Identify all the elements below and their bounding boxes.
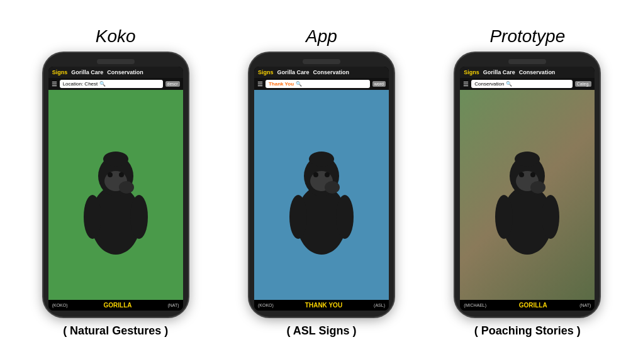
phone-bottom-0: (KOKO)GORILLA(NAT): [48, 300, 183, 311]
bottom-main-label: GORILLA: [104, 302, 132, 309]
search-box[interactable]: Thank You🔍: [266, 80, 370, 88]
nav-item-2[interactable]: Conservation: [107, 69, 143, 75]
main-scene: KokoSignsGorilla CareConservation☰Locati…: [0, 0, 643, 364]
svg-point-23: [519, 172, 524, 177]
nav-item-1[interactable]: Gorilla Care: [71, 69, 103, 75]
svg-point-26: [515, 152, 540, 167]
bottom-left-label: (MICHAEL): [464, 303, 486, 307]
svg-point-3: [130, 195, 148, 239]
gorilla-image: [287, 132, 356, 258]
gorilla-area-0: [48, 90, 183, 300]
svg-point-17: [309, 152, 334, 167]
nav-item-0[interactable]: Signs: [52, 69, 68, 75]
svg-point-12: [336, 195, 354, 239]
phone-screen-2: SignsGorilla CareConservation☰Conservati…: [460, 67, 595, 311]
search-box[interactable]: Location: Chest🔍: [60, 80, 163, 88]
hamburger-icon[interactable]: ☰: [257, 80, 263, 87]
search-text: Location: Chest: [63, 81, 98, 87]
phone-search-1: ☰Thank You🔍word: [254, 78, 389, 90]
svg-point-8: [103, 152, 128, 167]
svg-point-2: [84, 195, 101, 239]
search-badge[interactable]: descr: [165, 81, 180, 87]
phone-notch: [97, 59, 135, 64]
phone-nav-2: SignsGorilla CareConservation: [460, 67, 595, 78]
gorilla-background: [254, 90, 389, 300]
phone-title-1: App: [306, 26, 337, 47]
phone-bottom-1: (KOKO)THANK YOU(ASL): [254, 300, 389, 311]
phone-screen-0: SignsGorilla CareConservation☰Location: …: [48, 67, 183, 311]
gorilla-image: [81, 132, 150, 258]
svg-point-11: [289, 195, 307, 239]
phone-section-2: PrototypeSignsGorilla CareConservation☰C…: [455, 26, 600, 338]
svg-point-24: [530, 172, 535, 177]
phone-title-2: Prototype: [489, 26, 565, 47]
svg-point-20: [495, 195, 513, 239]
nav-item-0[interactable]: Signs: [258, 69, 274, 75]
phone-frame-0: SignsGorilla CareConservation☰Location: …: [43, 53, 188, 317]
phone-search-0: ☰Location: Chest🔍descr: [48, 78, 183, 90]
phone-caption-2: ( Poaching Stories ): [474, 324, 581, 338]
phone-screen-1: SignsGorilla CareConservation☰Thank You🔍…: [254, 67, 389, 311]
svg-point-7: [119, 181, 134, 194]
search-icon: 🔍: [99, 81, 106, 87]
nav-item-0[interactable]: Signs: [464, 69, 479, 75]
hamburger-icon[interactable]: ☰: [52, 80, 57, 87]
phone-bottom-2: (MICHAEL)GORILLA(NAT): [460, 300, 595, 311]
phone-nav-1: SignsGorilla CareConservation: [254, 67, 389, 78]
search-icon: 🔍: [506, 81, 512, 87]
bottom-right-label: (ASL): [374, 303, 385, 307]
phone-section-1: AppSignsGorilla CareConservation☰Thank Y…: [249, 26, 394, 338]
phone-notch: [303, 59, 340, 64]
svg-point-25: [530, 181, 545, 194]
hamburger-icon[interactable]: ☰: [463, 80, 469, 87]
gorilla-image: [493, 132, 562, 258]
svg-point-6: [119, 172, 124, 177]
phone-caption-1: ( ASL Signs ): [286, 324, 356, 338]
nav-item-2[interactable]: Conservation: [519, 69, 556, 75]
phone-frame-1: SignsGorilla CareConservation☰Thank You🔍…: [249, 53, 394, 317]
svg-point-21: [542, 195, 559, 239]
gorilla-area-1: [254, 90, 389, 300]
nav-item-1[interactable]: Gorilla Care: [277, 69, 310, 75]
phone-search-2: ☰Conservation🔍Categ.: [460, 78, 595, 90]
phone-frame-2: SignsGorilla CareConservation☰Conservati…: [455, 53, 600, 317]
svg-point-5: [108, 172, 113, 177]
bottom-left-label: (KOKO): [258, 303, 274, 307]
svg-point-15: [325, 172, 330, 177]
search-text: Thank You: [269, 81, 294, 87]
svg-point-14: [313, 172, 318, 177]
search-badge[interactable]: word: [372, 81, 386, 87]
bottom-main-label: THANK YOU: [305, 302, 342, 309]
phone-caption-0: ( Natural Gestures ): [63, 324, 168, 338]
gorilla-area-2: [460, 90, 595, 300]
nav-item-2[interactable]: Conservation: [313, 69, 350, 75]
search-icon: 🔍: [296, 81, 302, 87]
nav-item-1[interactable]: Gorilla Care: [483, 69, 515, 75]
bottom-main-label: GORILLA: [519, 302, 547, 309]
search-text: Conservation: [474, 81, 504, 87]
phone-section-0: KokoSignsGorilla CareConservation☰Locati…: [43, 26, 188, 338]
phone-title-0: Koko: [96, 26, 136, 47]
bottom-right-label: (NAT): [579, 303, 591, 307]
svg-point-16: [325, 181, 340, 194]
search-badge[interactable]: Categ.: [575, 81, 592, 87]
bottom-left-label: (KOKO): [52, 303, 68, 307]
bottom-right-label: (NAT): [167, 303, 179, 307]
gorilla-background: [460, 90, 595, 300]
search-box[interactable]: Conservation🔍: [471, 80, 572, 88]
phone-notch: [508, 59, 546, 64]
phone-nav-0: SignsGorilla CareConservation: [48, 67, 183, 78]
gorilla-background: [48, 90, 183, 300]
